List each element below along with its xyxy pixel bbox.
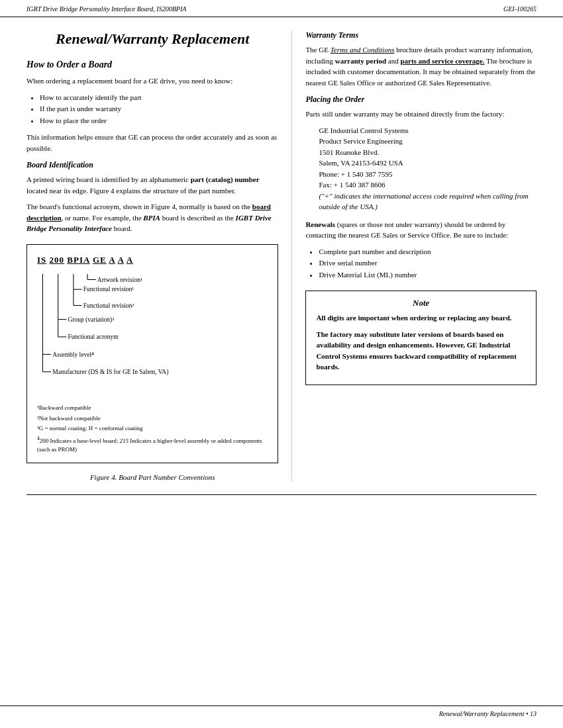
address-line-6: Fax: + 1 540 387 8606 bbox=[319, 179, 537, 191]
footer-text: Renewal/Warranty Replacement • 13 bbox=[439, 710, 537, 717]
page-header: IGBT Drive Bridge Personality Interface … bbox=[0, 0, 563, 17]
board-id-para1: A printed wiring board is identified by … bbox=[26, 174, 278, 196]
info-para: This information helps ensure that GE ca… bbox=[26, 132, 278, 154]
content-area: Renewal/Warranty Replacement How to Orde… bbox=[0, 17, 563, 494]
tree-diagram: Manufacturer (DS & IS for GE In Salem, V… bbox=[37, 274, 268, 392]
footer-divider bbox=[26, 494, 537, 495]
svg-text:Functional acronym: Functional acronym bbox=[68, 334, 119, 340]
svg-text:Group (variation)³: Group (variation)³ bbox=[68, 316, 114, 324]
note-para1: All digits are important when ordering o… bbox=[316, 312, 526, 324]
footnote-1: ¹Backward compatible bbox=[37, 404, 268, 413]
diagram-box: IS 200 BPIA GE A A A Manufacturer (DS & … bbox=[26, 244, 278, 463]
footnote-3: ³G = normal coating; H = conformal coati… bbox=[37, 424, 268, 433]
left-column: Renewal/Warranty Replacement How to Orde… bbox=[26, 30, 291, 481]
note-box: Note All digits are important when order… bbox=[305, 291, 537, 385]
bullet-item-1: How to accurately identify the part bbox=[40, 92, 278, 104]
address-block: GE Industrial Control Systems Product Se… bbox=[319, 125, 537, 212]
section-title-order: How to Order a Board bbox=[26, 60, 278, 70]
address-line-1: GE Industrial Control Systems bbox=[319, 125, 537, 136]
page-title: Renewal/Warranty Replacement bbox=[26, 30, 278, 48]
pn-a1: A bbox=[109, 255, 115, 265]
renewals-para: Renewals (spares or those not under warr… bbox=[305, 219, 537, 241]
pn-a3: A bbox=[127, 255, 133, 265]
header-left: IGBT Drive Bridge Personality Interface … bbox=[26, 5, 186, 13]
renewals-text: (spares or those not under warranty) sho… bbox=[305, 220, 508, 240]
renewals-item-1: Complete part number and description bbox=[319, 246, 537, 258]
renewals-item-2: Drive serial number bbox=[319, 257, 537, 269]
footnote-2: ²Not backward compatible bbox=[37, 414, 268, 424]
renewals-item-3: Drive Material List (ML) number bbox=[319, 269, 537, 281]
note-para2: The factory may substitute later version… bbox=[316, 329, 526, 373]
pn-ge: GE bbox=[93, 255, 107, 265]
svg-text:Functional revision¹: Functional revision¹ bbox=[83, 286, 134, 293]
bullet-list: How to accurately identify the part If t… bbox=[40, 92, 278, 127]
header-right: GEI-100265 bbox=[503, 5, 537, 13]
intro-para: When ordering a replacement board for a … bbox=[26, 75, 278, 87]
renewals-list: Complete part number and description Dri… bbox=[319, 246, 537, 281]
address-line-4: Salem, VA 24153-6492 USA bbox=[319, 158, 537, 169]
address-line-3: 1501 Roanoke Blvd. bbox=[319, 147, 537, 158]
part-number-display: IS 200 BPIA GE A A A bbox=[37, 255, 268, 265]
pn-is: IS bbox=[37, 255, 46, 265]
footnotes: ¹Backward compatible ²Not backward compa… bbox=[37, 404, 268, 455]
renewals-bold: Renewals bbox=[305, 220, 335, 228]
svg-text:Artwork revision¹: Artwork revision¹ bbox=[97, 276, 142, 283]
pn-a2: A bbox=[117, 255, 124, 265]
board-id-para2: The board's functional acronym, shown in… bbox=[26, 201, 278, 234]
address-line-2: Product Service Engineering bbox=[319, 136, 537, 147]
figure-caption: Figure 4. Board Part Number Conventions bbox=[26, 473, 278, 481]
pn-200: 200 bbox=[50, 255, 65, 265]
page-footer: Renewal/Warranty Replacement • 13 bbox=[0, 705, 563, 721]
bullet-item-2: If the part is under warranty bbox=[40, 103, 278, 115]
address-line-7: ("+" indicates the international access … bbox=[319, 191, 537, 212]
svg-text:Manufacturer (DS & IS for GE I: Manufacturer (DS & IS for GE In Salem, V… bbox=[52, 369, 168, 376]
placing-order-intro: Parts still under warranty may be obtain… bbox=[305, 109, 537, 120]
pn-bpia: BPIA bbox=[67, 255, 89, 265]
board-id-title: Board Identification bbox=[26, 160, 278, 170]
right-column: Warranty Terms The GE Terms and Conditio… bbox=[291, 30, 537, 481]
footnote-4: 4200 Indicates a base-level board; 215 I… bbox=[37, 435, 268, 455]
svg-text:Assembly level⁴: Assembly level⁴ bbox=[52, 351, 94, 357]
address-line-5: Phone: + 1 540 387 7595 bbox=[319, 169, 537, 180]
placing-order-title: Placing the Order bbox=[305, 95, 537, 105]
bullet-item-3: How to place the order bbox=[40, 115, 278, 127]
warranty-terms-para: The GE Terms and Conditions brochure det… bbox=[305, 44, 537, 88]
note-title: Note bbox=[316, 298, 526, 308]
svg-text:Functional revision²: Functional revision² bbox=[83, 302, 134, 308]
warranty-terms-title: Warranty Terms bbox=[305, 30, 537, 40]
